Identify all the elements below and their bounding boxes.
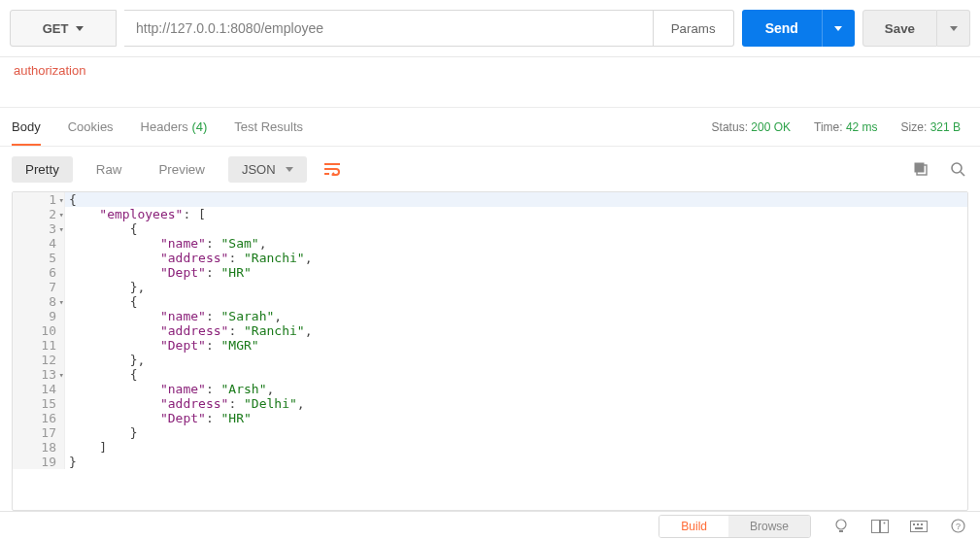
help-button[interactable]: ? — [947, 516, 968, 537]
code-line: 6 "Dept": "HR" — [13, 265, 967, 280]
svg-line-3 — [961, 172, 964, 176]
save-group: Save — [862, 10, 970, 47]
svg-rect-1 — [915, 163, 925, 173]
svg-rect-5 — [872, 520, 880, 532]
chevron-down-icon — [286, 167, 293, 172]
time-value: 42 ms — [846, 120, 878, 134]
status-value: 200 OK — [751, 120, 791, 134]
tab-headers[interactable]: Headers (4) — [141, 110, 208, 145]
code-content: "address": "Delhi", — [65, 396, 305, 411]
preview-button[interactable]: Preview — [145, 156, 218, 183]
line-number: 4 — [13, 236, 65, 251]
code-content: "name": "Sarah", — [65, 309, 282, 323]
response-meta: Status: 200 OK Time: 42 ms Size: 321 B — [712, 120, 961, 134]
svg-point-4 — [836, 520, 846, 529]
fold-toggle[interactable]: ▾ — [56, 193, 64, 208]
svg-rect-10 — [917, 523, 919, 525]
save-button[interactable]: Save — [862, 10, 937, 47]
build-mode-button[interactable]: Build — [659, 516, 728, 537]
status-block: Status: 200 OK — [712, 120, 791, 134]
method-select[interactable]: GET — [10, 10, 117, 47]
code-line: 17 } — [13, 425, 967, 440]
search-button[interactable] — [947, 158, 968, 180]
tab-body[interactable]: Body — [12, 110, 41, 146]
fold-toggle[interactable]: ▾ — [56, 208, 64, 222]
code-content: }, — [65, 280, 145, 294]
code-line: 8▾ { — [13, 294, 967, 309]
line-number: 11 — [13, 338, 65, 353]
line-number: 9 — [13, 309, 65, 323]
status-bar-icons: ? — [830, 516, 968, 537]
code-content: "Dept": "HR" — [65, 265, 252, 280]
fold-toggle[interactable]: ▾ — [56, 222, 64, 237]
code-line: 4 "name": "Sam", — [13, 236, 967, 251]
chevron-down-icon — [950, 26, 958, 31]
browse-mode-button[interactable]: Browse — [728, 516, 810, 537]
send-group: Send — [742, 10, 855, 47]
panels-button[interactable] — [869, 516, 891, 537]
code-line: 12 }, — [13, 353, 967, 367]
tab-cookies[interactable]: Cookies — [68, 110, 114, 145]
code-content: { — [65, 192, 77, 207]
code-content: }, — [65, 353, 145, 367]
code-line: 1▾{ — [13, 192, 967, 207]
code-line: 19} — [13, 455, 967, 469]
save-dropdown[interactable] — [937, 10, 970, 47]
pretty-button[interactable]: Pretty — [12, 156, 73, 183]
code-line: 5 "address": "Ranchi", — [13, 251, 967, 265]
line-number: 14 — [13, 382, 65, 396]
panels-icon — [871, 520, 889, 533]
code-content: } — [65, 455, 77, 469]
line-number: 1▾ — [13, 192, 65, 207]
code-content: "employees": [ — [65, 207, 206, 221]
size-block: Size: 321 B — [901, 120, 961, 134]
code-content: "address": "Ranchi", — [65, 323, 312, 338]
line-number: 5 — [13, 251, 65, 265]
params-button[interactable]: Params — [654, 10, 734, 47]
response-body[interactable]: 1▾{2▾ "employees": [3▾ {4 "name": "Sam",… — [12, 191, 968, 511]
search-icon — [950, 161, 965, 177]
url-input[interactable] — [124, 10, 654, 47]
copy-button[interactable] — [910, 158, 931, 180]
response-header: Body Cookies Headers (4) Test Results St… — [0, 108, 980, 147]
svg-point-2 — [952, 163, 962, 173]
code-content: { — [65, 221, 137, 236]
raw-button[interactable]: Raw — [83, 156, 136, 183]
tips-button[interactable] — [830, 516, 852, 537]
tab-test-results[interactable]: Test Results — [234, 110, 303, 145]
size-value: 321 B — [930, 120, 961, 134]
code-content: "Dept": "MGR" — [65, 338, 259, 353]
method-label: GET — [43, 21, 69, 36]
line-number: 3▾ — [13, 221, 65, 236]
svg-point-7 — [884, 522, 886, 523]
code-content: "Dept": "HR" — [65, 411, 252, 425]
svg-rect-12 — [915, 527, 923, 529]
fold-toggle[interactable]: ▾ — [56, 295, 64, 310]
keyboard-button[interactable] — [908, 516, 929, 537]
code-line: 13▾ { — [13, 367, 967, 382]
svg-rect-9 — [913, 523, 915, 525]
line-number: 17 — [13, 425, 65, 440]
line-number: 12 — [13, 353, 65, 367]
time-block: Time: 42 ms — [814, 120, 878, 134]
line-number: 16 — [13, 411, 65, 425]
request-bar: GET Params Send Save — [0, 0, 980, 57]
send-button[interactable]: Send — [742, 10, 822, 47]
code-line: 16 "Dept": "HR" — [13, 411, 967, 425]
format-select[interactable]: JSON — [228, 156, 307, 183]
chevron-down-icon — [76, 26, 84, 31]
line-number: 13▾ — [13, 367, 65, 382]
line-number: 18 — [13, 440, 65, 455]
keyboard-icon — [910, 521, 928, 532]
bulb-icon — [834, 519, 848, 534]
line-number: 10 — [13, 323, 65, 338]
fold-toggle[interactable]: ▾ — [56, 368, 64, 383]
code-line: 10 "address": "Ranchi", — [13, 323, 967, 338]
wrap-lines-button[interactable] — [317, 154, 348, 184]
viewer-right-icons — [910, 158, 968, 180]
send-dropdown[interactable] — [822, 10, 855, 47]
authorization-tab[interactable]: authorization — [0, 57, 980, 108]
tab-headers-label: Headers — [141, 119, 188, 134]
code-line: 11 "Dept": "MGR" — [13, 338, 967, 353]
line-number: 6 — [13, 265, 65, 280]
